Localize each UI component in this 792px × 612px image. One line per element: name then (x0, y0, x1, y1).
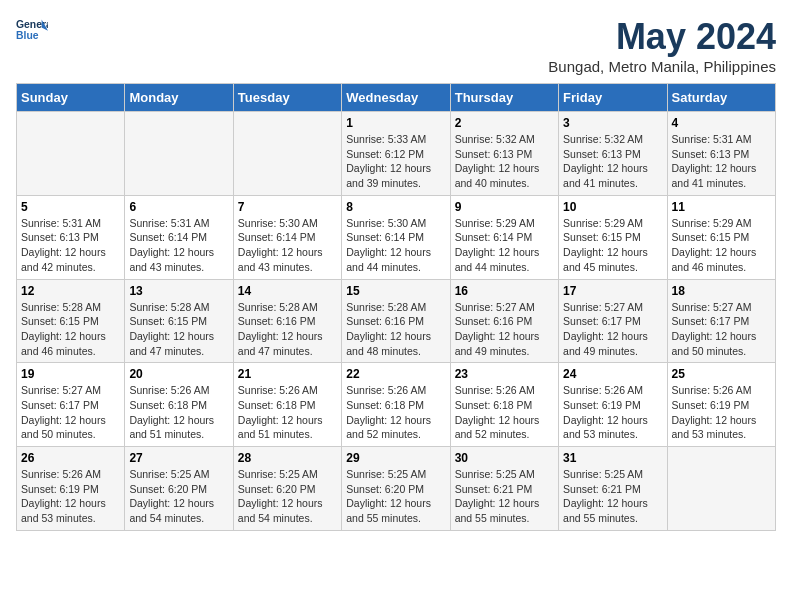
svg-text:Blue: Blue (16, 30, 39, 41)
calendar-cell: 21Sunrise: 5:26 AM Sunset: 6:18 PM Dayli… (233, 363, 341, 447)
day-header-tuesday: Tuesday (233, 84, 341, 112)
calendar-cell: 27Sunrise: 5:25 AM Sunset: 6:20 PM Dayli… (125, 447, 233, 531)
day-info: Sunrise: 5:32 AM Sunset: 6:13 PM Dayligh… (563, 132, 662, 191)
day-header-saturday: Saturday (667, 84, 775, 112)
day-number: 6 (129, 200, 228, 214)
day-info: Sunrise: 5:27 AM Sunset: 6:17 PM Dayligh… (672, 300, 771, 359)
day-info: Sunrise: 5:27 AM Sunset: 6:17 PM Dayligh… (21, 383, 120, 442)
month-title: May 2024 (548, 16, 776, 58)
day-number: 28 (238, 451, 337, 465)
day-header-thursday: Thursday (450, 84, 558, 112)
calendar-table: SundayMondayTuesdayWednesdayThursdayFrid… (16, 83, 776, 531)
day-header-monday: Monday (125, 84, 233, 112)
day-number: 23 (455, 367, 554, 381)
calendar-cell: 24Sunrise: 5:26 AM Sunset: 6:19 PM Dayli… (559, 363, 667, 447)
calendar-cell: 18Sunrise: 5:27 AM Sunset: 6:17 PM Dayli… (667, 279, 775, 363)
calendar-cell: 22Sunrise: 5:26 AM Sunset: 6:18 PM Dayli… (342, 363, 450, 447)
day-number: 29 (346, 451, 445, 465)
day-number: 20 (129, 367, 228, 381)
week-row-1: 1Sunrise: 5:33 AM Sunset: 6:12 PM Daylig… (17, 112, 776, 196)
day-info: Sunrise: 5:33 AM Sunset: 6:12 PM Dayligh… (346, 132, 445, 191)
day-info: Sunrise: 5:26 AM Sunset: 6:18 PM Dayligh… (129, 383, 228, 442)
week-row-4: 19Sunrise: 5:27 AM Sunset: 6:17 PM Dayli… (17, 363, 776, 447)
day-number: 31 (563, 451, 662, 465)
day-number: 14 (238, 284, 337, 298)
day-info: Sunrise: 5:27 AM Sunset: 6:17 PM Dayligh… (563, 300, 662, 359)
day-number: 24 (563, 367, 662, 381)
day-info: Sunrise: 5:28 AM Sunset: 6:15 PM Dayligh… (21, 300, 120, 359)
day-number: 15 (346, 284, 445, 298)
logo-icon: General Blue (16, 16, 48, 44)
logo: General Blue (16, 16, 48, 44)
day-info: Sunrise: 5:31 AM Sunset: 6:13 PM Dayligh… (672, 132, 771, 191)
day-info: Sunrise: 5:28 AM Sunset: 6:16 PM Dayligh… (346, 300, 445, 359)
day-number: 22 (346, 367, 445, 381)
day-info: Sunrise: 5:26 AM Sunset: 6:18 PM Dayligh… (346, 383, 445, 442)
day-info: Sunrise: 5:25 AM Sunset: 6:21 PM Dayligh… (563, 467, 662, 526)
day-number: 8 (346, 200, 445, 214)
day-info: Sunrise: 5:26 AM Sunset: 6:18 PM Dayligh… (455, 383, 554, 442)
day-info: Sunrise: 5:28 AM Sunset: 6:16 PM Dayligh… (238, 300, 337, 359)
day-info: Sunrise: 5:30 AM Sunset: 6:14 PM Dayligh… (238, 216, 337, 275)
calendar-cell: 30Sunrise: 5:25 AM Sunset: 6:21 PM Dayli… (450, 447, 558, 531)
calendar-cell: 15Sunrise: 5:28 AM Sunset: 6:16 PM Dayli… (342, 279, 450, 363)
calendar-cell (667, 447, 775, 531)
calendar-cell: 6Sunrise: 5:31 AM Sunset: 6:14 PM Daylig… (125, 195, 233, 279)
day-number: 26 (21, 451, 120, 465)
day-number: 16 (455, 284, 554, 298)
day-number: 3 (563, 116, 662, 130)
calendar-cell: 7Sunrise: 5:30 AM Sunset: 6:14 PM Daylig… (233, 195, 341, 279)
calendar-cell: 1Sunrise: 5:33 AM Sunset: 6:12 PM Daylig… (342, 112, 450, 196)
calendar-cell: 2Sunrise: 5:32 AM Sunset: 6:13 PM Daylig… (450, 112, 558, 196)
calendar-cell: 28Sunrise: 5:25 AM Sunset: 6:20 PM Dayli… (233, 447, 341, 531)
calendar-cell: 12Sunrise: 5:28 AM Sunset: 6:15 PM Dayli… (17, 279, 125, 363)
day-header-friday: Friday (559, 84, 667, 112)
calendar-cell: 20Sunrise: 5:26 AM Sunset: 6:18 PM Dayli… (125, 363, 233, 447)
day-number: 7 (238, 200, 337, 214)
header: General Blue May 2024 Bungad, Metro Mani… (16, 16, 776, 75)
day-number: 19 (21, 367, 120, 381)
calendar-cell: 31Sunrise: 5:25 AM Sunset: 6:21 PM Dayli… (559, 447, 667, 531)
calendar-cell: 29Sunrise: 5:25 AM Sunset: 6:20 PM Dayli… (342, 447, 450, 531)
day-info: Sunrise: 5:26 AM Sunset: 6:19 PM Dayligh… (672, 383, 771, 442)
calendar-cell (17, 112, 125, 196)
calendar-cell: 8Sunrise: 5:30 AM Sunset: 6:14 PM Daylig… (342, 195, 450, 279)
calendar-cell: 4Sunrise: 5:31 AM Sunset: 6:13 PM Daylig… (667, 112, 775, 196)
day-info: Sunrise: 5:26 AM Sunset: 6:19 PM Dayligh… (21, 467, 120, 526)
day-number: 11 (672, 200, 771, 214)
day-info: Sunrise: 5:25 AM Sunset: 6:20 PM Dayligh… (346, 467, 445, 526)
day-info: Sunrise: 5:30 AM Sunset: 6:14 PM Dayligh… (346, 216, 445, 275)
title-area: May 2024 Bungad, Metro Manila, Philippin… (548, 16, 776, 75)
calendar-cell: 25Sunrise: 5:26 AM Sunset: 6:19 PM Dayli… (667, 363, 775, 447)
day-info: Sunrise: 5:31 AM Sunset: 6:13 PM Dayligh… (21, 216, 120, 275)
calendar-cell: 13Sunrise: 5:28 AM Sunset: 6:15 PM Dayli… (125, 279, 233, 363)
calendar-cell: 23Sunrise: 5:26 AM Sunset: 6:18 PM Dayli… (450, 363, 558, 447)
calendar-cell: 19Sunrise: 5:27 AM Sunset: 6:17 PM Dayli… (17, 363, 125, 447)
day-number: 1 (346, 116, 445, 130)
calendar-cell: 17Sunrise: 5:27 AM Sunset: 6:17 PM Dayli… (559, 279, 667, 363)
day-info: Sunrise: 5:25 AM Sunset: 6:20 PM Dayligh… (129, 467, 228, 526)
calendar-cell: 3Sunrise: 5:32 AM Sunset: 6:13 PM Daylig… (559, 112, 667, 196)
day-header-wednesday: Wednesday (342, 84, 450, 112)
calendar-cell: 16Sunrise: 5:27 AM Sunset: 6:16 PM Dayli… (450, 279, 558, 363)
calendar-cell: 26Sunrise: 5:26 AM Sunset: 6:19 PM Dayli… (17, 447, 125, 531)
day-info: Sunrise: 5:29 AM Sunset: 6:15 PM Dayligh… (563, 216, 662, 275)
day-info: Sunrise: 5:29 AM Sunset: 6:14 PM Dayligh… (455, 216, 554, 275)
calendar-cell: 10Sunrise: 5:29 AM Sunset: 6:15 PM Dayli… (559, 195, 667, 279)
day-number: 17 (563, 284, 662, 298)
day-number: 13 (129, 284, 228, 298)
day-header-sunday: Sunday (17, 84, 125, 112)
day-number: 2 (455, 116, 554, 130)
day-info: Sunrise: 5:26 AM Sunset: 6:18 PM Dayligh… (238, 383, 337, 442)
day-info: Sunrise: 5:27 AM Sunset: 6:16 PM Dayligh… (455, 300, 554, 359)
days-header-row: SundayMondayTuesdayWednesdayThursdayFrid… (17, 84, 776, 112)
day-number: 5 (21, 200, 120, 214)
calendar-cell: 11Sunrise: 5:29 AM Sunset: 6:15 PM Dayli… (667, 195, 775, 279)
day-number: 21 (238, 367, 337, 381)
day-number: 30 (455, 451, 554, 465)
day-info: Sunrise: 5:28 AM Sunset: 6:15 PM Dayligh… (129, 300, 228, 359)
day-number: 10 (563, 200, 662, 214)
day-info: Sunrise: 5:32 AM Sunset: 6:13 PM Dayligh… (455, 132, 554, 191)
day-number: 9 (455, 200, 554, 214)
subtitle: Bungad, Metro Manila, Philippines (548, 58, 776, 75)
